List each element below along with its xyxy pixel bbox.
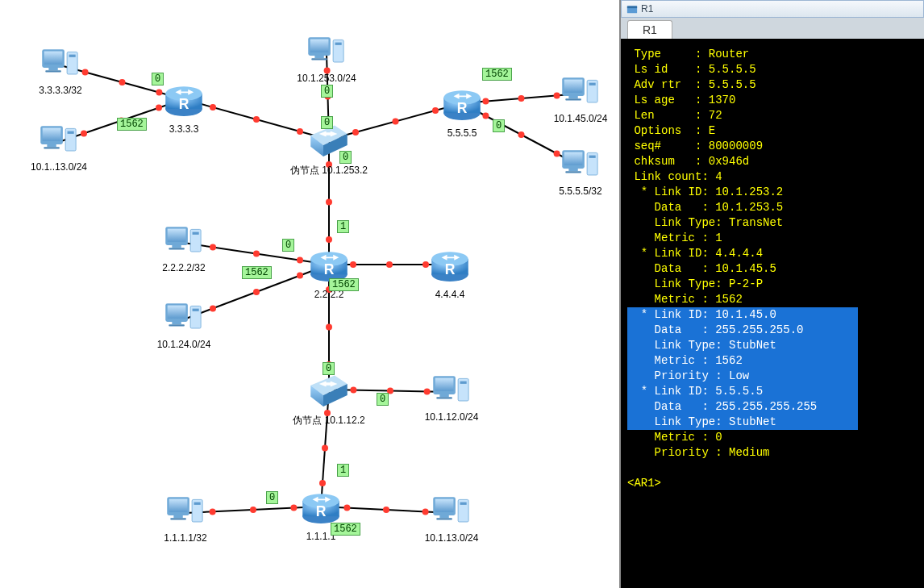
metric-badge: 0 bbox=[152, 73, 164, 85]
svg-point-39 bbox=[210, 305, 216, 311]
svg-rect-95 bbox=[68, 131, 74, 134]
svg-rect-127 bbox=[435, 378, 454, 391]
metric-badge: 1562 bbox=[331, 523, 360, 536]
topology-diagram: R3.3.3.3R5.5.5.5R2.2.2.2R4.4.4.4R1.1.1.1… bbox=[0, 0, 621, 588]
svg-point-18 bbox=[393, 119, 399, 125]
node-label: 3.3.3.3 bbox=[169, 123, 199, 135]
node-label: 10.1.24.0/24 bbox=[157, 339, 211, 350]
window-title: R1 bbox=[641, 3, 653, 15]
pc-pc_10124[interactable]: 10.1.24.0/24 bbox=[160, 298, 208, 340]
svg-point-34 bbox=[253, 251, 260, 257]
terminal-pane: R1 R1 Type : Router Ls id : 5.5.5.5 Adv … bbox=[621, 0, 924, 588]
svg-point-11 bbox=[297, 128, 303, 135]
svg-point-61 bbox=[343, 505, 350, 511]
metric-badge: 1 bbox=[337, 464, 349, 477]
metric-badge: 0 bbox=[282, 239, 294, 252]
svg-rect-135 bbox=[170, 518, 186, 519]
pc-pc_3332[interactable]: 3.3.3.3/32 bbox=[36, 44, 85, 86]
node-label: 1.1.1.1/32 bbox=[164, 532, 206, 544]
node-label: 伪节点 10.1.12.2 bbox=[293, 414, 364, 427]
svg-point-17 bbox=[352, 129, 359, 136]
svg-point-35 bbox=[210, 244, 216, 250]
svg-text:R: R bbox=[445, 261, 456, 277]
pc-pc_22232[interactable]: 2.2.2.2/32 bbox=[160, 222, 208, 264]
svg-point-46 bbox=[326, 324, 332, 331]
svg-rect-125 bbox=[193, 309, 199, 311]
svg-rect-107 bbox=[589, 83, 596, 85]
svg-rect-103 bbox=[564, 80, 583, 93]
terminal-output[interactable]: Type : Router Ls id : 5.5.5.5 Adv rtr : … bbox=[621, 39, 924, 588]
window-icon bbox=[626, 3, 638, 15]
svg-rect-145 bbox=[627, 6, 637, 9]
pc-pc_11132[interactable]: 1.1.1.1/32 bbox=[161, 492, 210, 534]
svg-point-62 bbox=[383, 507, 389, 513]
metric-badge: 1 bbox=[337, 220, 349, 233]
svg-text:R: R bbox=[457, 100, 468, 116]
pc-pc_55532[interactable]: 5.5.5.5/32 bbox=[556, 145, 605, 187]
router-r444[interactable]: R4.4.4.4 bbox=[427, 242, 472, 287]
svg-point-57 bbox=[290, 505, 297, 511]
svg-point-9 bbox=[210, 104, 216, 111]
svg-rect-92 bbox=[47, 144, 56, 147]
svg-rect-109 bbox=[564, 152, 583, 165]
svg-rect-99 bbox=[311, 58, 327, 60]
pc-pc_101130[interactable]: 10.1..13.0/24 bbox=[35, 121, 83, 163]
svg-rect-131 bbox=[460, 382, 467, 384]
svg-rect-110 bbox=[568, 169, 577, 171]
tab-r1[interactable]: R1 bbox=[627, 20, 672, 39]
metric-badge: 0 bbox=[323, 362, 335, 375]
metric-badge: 0 bbox=[339, 151, 352, 164]
svg-rect-121 bbox=[168, 306, 186, 319]
metric-badge: 1562 bbox=[117, 118, 147, 131]
svg-rect-91 bbox=[43, 128, 61, 141]
node-label: 3.3.3.3/32 bbox=[39, 85, 81, 96]
svg-rect-116 bbox=[172, 245, 181, 248]
svg-point-10 bbox=[253, 116, 260, 123]
svg-rect-141 bbox=[436, 518, 452, 519]
metric-badge: 0 bbox=[377, 393, 389, 406]
svg-text:R: R bbox=[179, 96, 189, 112]
svg-rect-143 bbox=[460, 503, 467, 505]
svg-point-37 bbox=[297, 273, 303, 279]
svg-rect-133 bbox=[169, 499, 188, 512]
svg-point-58 bbox=[250, 507, 256, 513]
svg-rect-115 bbox=[168, 229, 186, 242]
svg-rect-123 bbox=[169, 324, 185, 326]
terminal-titlebar[interactable]: R1 bbox=[621, 0, 924, 18]
svg-rect-85 bbox=[44, 52, 63, 65]
node-label: 10.1.13.0/24 bbox=[425, 532, 479, 544]
router-r333[interactable]: R3.3.3.3 bbox=[161, 77, 206, 122]
svg-rect-134 bbox=[173, 515, 182, 518]
svg-rect-89 bbox=[69, 55, 76, 57]
pc-pc_101253[interactable]: 10.1.253.0/24 bbox=[302, 32, 351, 74]
svg-point-33 bbox=[297, 257, 303, 264]
pc-pc_10112[interactable]: 10.1.12.0/24 bbox=[427, 371, 476, 413]
node-label: 5.5.5.5 bbox=[447, 127, 477, 139]
svg-rect-128 bbox=[439, 394, 448, 397]
svg-rect-101 bbox=[335, 43, 342, 45]
svg-point-22 bbox=[518, 95, 525, 102]
svg-text:R: R bbox=[324, 261, 335, 277]
svg-rect-137 bbox=[194, 503, 201, 505]
svg-point-26 bbox=[518, 131, 525, 138]
node-label: 4.4.4.4 bbox=[435, 289, 465, 300]
pc-pc_10145[interactable]: 10.1.45.0/24 bbox=[556, 73, 605, 115]
node-label: 10.1.45.0/24 bbox=[554, 113, 608, 124]
metric-badge: 1562 bbox=[482, 68, 512, 81]
svg-rect-122 bbox=[172, 322, 181, 324]
svg-point-38 bbox=[253, 289, 260, 295]
svg-rect-93 bbox=[44, 147, 60, 148]
svg-point-42 bbox=[386, 261, 393, 268]
metric-badge: 0 bbox=[493, 119, 505, 132]
svg-rect-98 bbox=[314, 56, 323, 58]
node-label: 10.1..13.0/24 bbox=[31, 161, 87, 173]
svg-rect-119 bbox=[193, 232, 199, 235]
svg-rect-111 bbox=[565, 171, 581, 173]
svg-point-54 bbox=[322, 445, 328, 452]
node-label: 伪节点 10.1.253.2 bbox=[290, 164, 368, 177]
svg-rect-140 bbox=[439, 515, 448, 518]
router-r555[interactable]: R5.5.5.5 bbox=[439, 81, 485, 126]
svg-point-2 bbox=[119, 79, 126, 85]
pc-pc_10113[interactable]: 10.1.13.0/24 bbox=[427, 492, 476, 534]
svg-rect-113 bbox=[589, 156, 596, 158]
